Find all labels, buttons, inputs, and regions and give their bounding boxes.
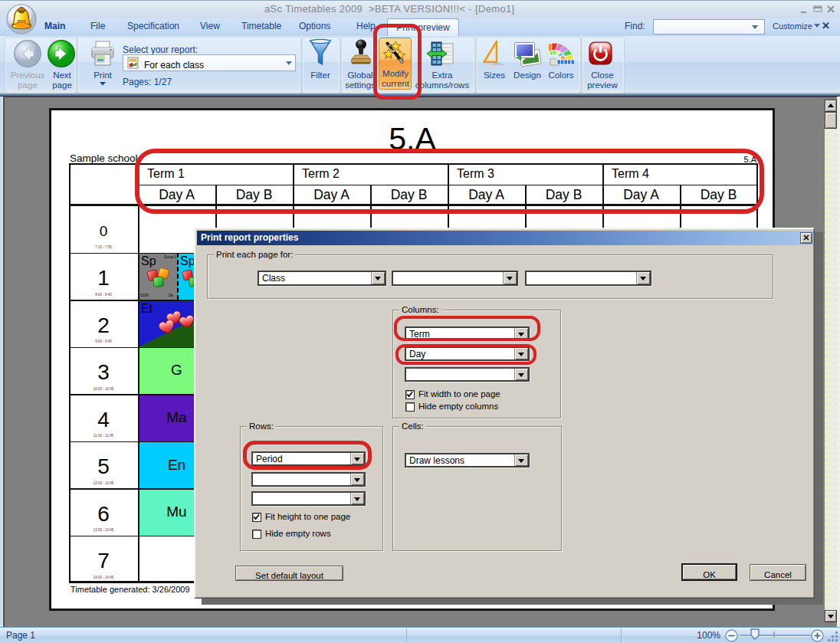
svg-text:asc: asc <box>17 18 26 24</box>
